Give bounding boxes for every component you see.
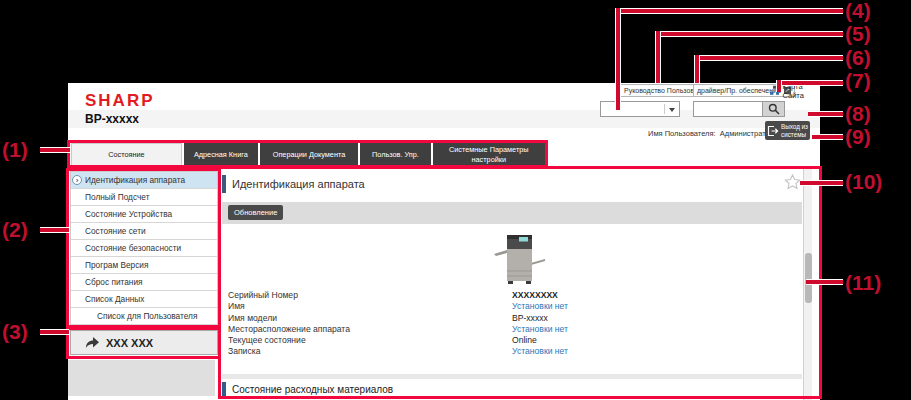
sidebar-item-label: Идентификация аппарата (85, 175, 185, 185)
table-row: Месторасположение аппаратаУстановки нет (228, 324, 788, 335)
sidebar-item-label: Список для Пользователя (97, 311, 197, 321)
section-title-bar (222, 382, 226, 397)
custom-link-label: XXX XXX (106, 337, 153, 349)
user-name-line: Имя Пользователя: Администратор (648, 129, 774, 138)
search-icon (768, 103, 780, 115)
callout-line (655, 31, 661, 83)
sidebar-item-8[interactable]: Список Данных (71, 291, 217, 308)
callout-number-right-2: (5) (845, 23, 871, 44)
scrollbar-thumb[interactable] (805, 253, 812, 303)
logout-label: Выход из системы (781, 123, 808, 137)
table-row: ЗапискаУстановки нет (228, 346, 788, 357)
tab-2[interactable]: Адресная Книга (184, 143, 258, 166)
table-row: ИмяУстановки нет (228, 301, 788, 312)
row-label: Текущее состояние (228, 335, 512, 346)
sidebar-item-3[interactable]: Состояние Устройства (71, 206, 217, 223)
logout-button[interactable]: Выход из системы (765, 121, 810, 140)
sidebar-footer (68, 360, 215, 396)
callout-line (40, 227, 69, 233)
selected-item-icon: › (72, 175, 82, 185)
star-icon (784, 174, 801, 190)
chevron-down-icon (669, 108, 675, 112)
sidebar-item-6[interactable]: Програм Версия (71, 257, 217, 274)
sidebar-item-label: Сброс питания (85, 277, 143, 287)
row-label: Имя (228, 301, 512, 312)
sidebar-item-9[interactable]: Список для Пользователя (71, 308, 217, 325)
sidebar-item-label: Список Данных (85, 294, 144, 304)
callout-number-right-7: (10) (845, 171, 882, 192)
search-input[interactable] (693, 101, 762, 117)
sidebar-item-4[interactable]: Состояние сети (71, 223, 217, 240)
sidebar-item-label: Состояние безопасности (85, 243, 181, 253)
callout-line (40, 147, 70, 153)
content-toolbar: Обновление (222, 202, 802, 224)
callout-number-left-2: (2) (2, 219, 28, 240)
sidebar-item-1[interactable]: ›Идентификация аппарата (71, 172, 217, 189)
language-select[interactable] (600, 101, 680, 117)
sidebar-item-label: Програм Версия (85, 260, 149, 270)
sidebar-menu: ›Идентификация аппаратаПолный ПодсчетСос… (70, 171, 218, 325)
annotated-screenshot: SHARP BP-xxxxx Руководство Пользователя … (0, 0, 911, 400)
row-value: Online (512, 335, 537, 346)
sidebar-item-5[interactable]: Состояние безопасности (71, 240, 217, 257)
sidebar-item-label: Полный Подсчет (85, 192, 149, 202)
logout-icon (767, 125, 779, 137)
section-divider (222, 374, 802, 379)
table-row: Имя моделиBP-xxxxx (228, 313, 788, 324)
callout-number-right-4: (7) (845, 70, 871, 91)
shortcut-arrow-icon (85, 336, 100, 349)
select-separator (664, 104, 665, 114)
callout-number-right-5: (8) (845, 103, 871, 124)
user-name-label: Имя Пользователя: (648, 129, 716, 138)
scrollbar-track[interactable] (803, 168, 812, 400)
page-title: Идентификация аппарата (232, 178, 365, 190)
refresh-button[interactable]: Обновление (228, 205, 283, 220)
table-row: Текущее состояниеOnline (228, 335, 788, 346)
row-label: Имя модели (228, 313, 512, 324)
device-info-table: Серийный НомерXXXXXXXXИмяУстановки нетИм… (228, 290, 788, 358)
sharp-logo: SHARP (85, 91, 155, 111)
sidebar-item-label: Состояние Устройства (85, 209, 172, 219)
callout-number-right-3: (6) (845, 47, 871, 68)
custom-link-button[interactable]: XXX XXX (70, 330, 218, 355)
row-label: Записка (228, 346, 512, 357)
callout-number-right-8: (11) (845, 272, 881, 293)
tab-5[interactable]: Системные Параметры настройки (433, 143, 545, 166)
table-row: Серийный НомерXXXXXXXX (228, 290, 788, 301)
favorite-star-button[interactable] (784, 174, 801, 194)
row-value-link[interactable]: Установки нет (512, 346, 568, 357)
sidebar-item-label: Состояние сети (85, 226, 146, 236)
row-value: XXXXXXXX (512, 290, 558, 301)
sidebar-item-7[interactable]: Сброс питания (71, 274, 217, 291)
callout-line (40, 329, 69, 335)
row-label: Месторасположение аппарата (228, 324, 512, 335)
row-value-link[interactable]: Установки нет (512, 324, 568, 335)
callout-line (615, 8, 843, 14)
model-name: BP-xxxxx (85, 112, 139, 126)
tab-4[interactable]: Пользов. Упр. (360, 143, 430, 166)
search-button[interactable] (762, 101, 785, 117)
tab-bar: СостояниеАдресная КнигаОперации Документ… (71, 143, 545, 166)
callout-line (694, 55, 843, 61)
search-area (693, 101, 785, 117)
webpage: SHARP BP-xxxxx Руководство Пользователя … (68, 83, 820, 400)
callout-number-right-6: (9) (845, 126, 871, 147)
sitemap-label: Карта Сайта (782, 82, 820, 100)
row-label: Серийный Номер (228, 290, 512, 301)
callout-number-left-1: (1) (2, 139, 28, 160)
supplies-status-title: Состояние расходных материалов (232, 384, 393, 395)
sidebar-item-2[interactable]: Полный Подсчет (71, 189, 217, 206)
callout-number-right-1: (4) (845, 0, 871, 21)
section-title-bar (222, 175, 226, 193)
callout-line (694, 55, 700, 83)
callout-number-left-3: (3) (2, 321, 28, 342)
tab-3[interactable]: Операции Документа (260, 143, 358, 166)
callout-line (655, 31, 843, 37)
row-value-link[interactable]: Установки нет (512, 301, 568, 312)
sitemap-link[interactable]: Карта Сайта (770, 84, 820, 97)
sitemap-icon (770, 85, 779, 96)
printer-image (488, 227, 550, 291)
tab-1[interactable]: Состояние (71, 143, 182, 166)
driver-software-label: драйвер/Пр. обеспечение (697, 87, 781, 94)
row-value: BP-xxxxx (512, 313, 548, 324)
